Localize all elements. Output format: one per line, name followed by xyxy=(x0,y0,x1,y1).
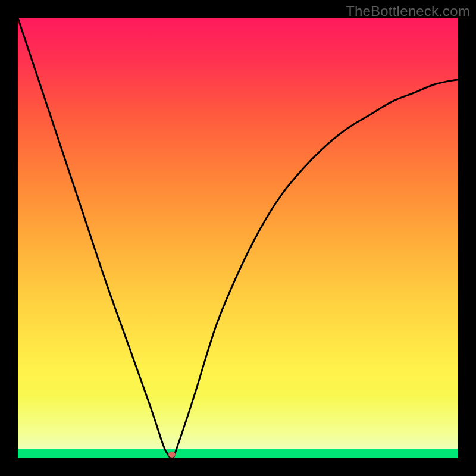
curve-layer xyxy=(18,18,458,458)
bottleneck-curve xyxy=(18,18,458,458)
watermark-text: TheBottleneck.com xyxy=(346,3,470,20)
plot-area xyxy=(18,18,458,458)
minimum-marker xyxy=(168,452,176,458)
chart-frame: TheBottleneck.com xyxy=(0,0,476,476)
